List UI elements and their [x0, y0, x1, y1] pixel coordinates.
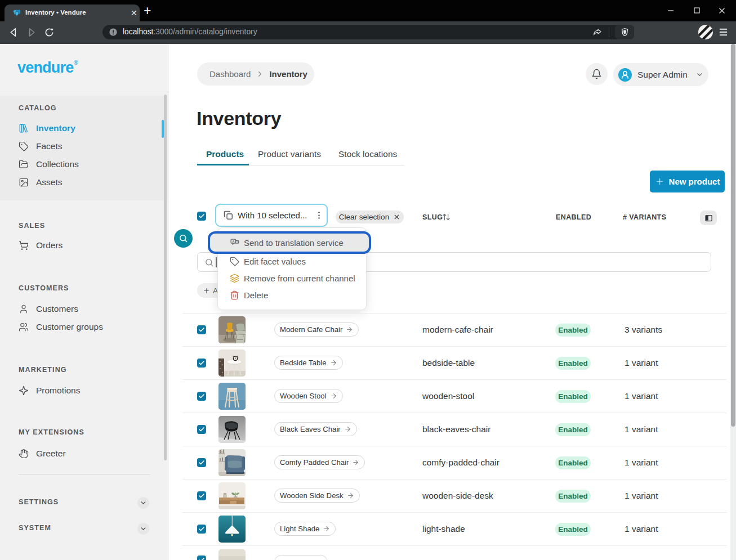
- svg-text:A: A: [232, 239, 235, 243]
